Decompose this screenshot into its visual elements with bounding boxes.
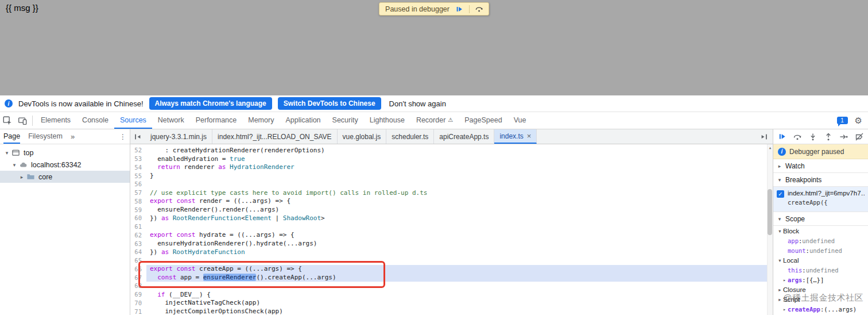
line-number[interactable]: 62 xyxy=(130,232,146,239)
line-number[interactable]: 53 xyxy=(130,155,146,162)
panel-tab-memory[interactable]: Memory xyxy=(242,112,280,129)
banner-step-over-button[interactable] xyxy=(474,4,485,14)
scrollbar-up-icon[interactable]: ▲ xyxy=(768,145,773,149)
code-line-61[interactable]: 61 xyxy=(130,222,773,231)
toggle-device-toolbar-button[interactable] xyxy=(15,113,30,128)
breakpoint-checkbox[interactable]: ✓ xyxy=(777,190,784,198)
line-number[interactable]: 63 xyxy=(130,240,146,247)
file-tab-index-html-ijt-reload-on-save[interactable]: index.html?_ijt...RELOAD_ON_SAVE xyxy=(212,129,338,144)
code-line-59[interactable]: 59 ensureRenderer().render(...args) xyxy=(130,205,773,214)
scrollbar-thumb[interactable] xyxy=(768,189,772,235)
line-number[interactable]: 57 xyxy=(130,189,146,196)
editor-scrollbar[interactable]: ▲ xyxy=(767,144,773,315)
breakpoints-section-header[interactable]: ▾ Breakpoints xyxy=(773,173,868,187)
more-tabs-icon[interactable]: » xyxy=(71,129,75,144)
watch-section-header[interactable]: ▸ Watch xyxy=(773,159,868,173)
panel-tab-console[interactable]: Console xyxy=(76,112,114,129)
step-into-button[interactable] xyxy=(808,132,817,141)
line-number[interactable]: 54 xyxy=(130,164,146,171)
code-line-65[interactable]: 65 xyxy=(130,256,773,265)
panel-tab-recorder[interactable]: Recorder⚠ xyxy=(410,112,459,129)
line-number[interactable]: 68 xyxy=(130,282,146,289)
breakpoint-entry[interactable]: ✓ index.html?_ijt=6mpv7h7… createApp({ xyxy=(773,187,868,212)
tree-item-core[interactable]: ▸core xyxy=(0,171,130,183)
line-number[interactable]: 59 xyxy=(130,206,146,213)
panel-tab-elements[interactable]: Elements xyxy=(35,112,76,129)
line-number[interactable]: 64 xyxy=(130,248,146,255)
scope-section-local[interactable]: ▾Local xyxy=(773,255,868,265)
settings-gear-icon[interactable]: ⚙ xyxy=(855,116,862,125)
dont-show-again-button[interactable]: Don't show again xyxy=(389,99,446,108)
code-line-52[interactable]: 52 : createHydrationRenderer(rendererOpt… xyxy=(130,146,773,155)
line-number[interactable]: 56 xyxy=(130,180,146,187)
line-number[interactable]: 61 xyxy=(130,223,146,230)
panel-tab-sources[interactable]: Sources xyxy=(114,112,152,129)
hide-navigator-button[interactable] xyxy=(130,129,145,144)
code-line-55[interactable]: 55} xyxy=(130,171,773,180)
line-number[interactable]: 52 xyxy=(130,147,146,153)
code-line-64[interactable]: 64}) as RootHydrateFunction xyxy=(130,248,773,256)
step-button[interactable] xyxy=(839,132,848,141)
tree-item-top[interactable]: ▾top xyxy=(0,147,130,159)
tree-item-localhost-63342[interactable]: ▾localhost:63342 xyxy=(0,159,130,171)
code-line-62[interactable]: 62export const hydrate = ((...args) => { xyxy=(130,231,773,240)
file-tab-scheduler-ts[interactable]: scheduler.ts xyxy=(386,129,434,144)
file-tab-apicreateapp-ts[interactable]: apiCreateApp.ts xyxy=(434,129,494,144)
line-number[interactable]: 70 xyxy=(130,299,146,306)
scope-var-mount[interactable]: mount: undefined xyxy=(773,245,868,255)
line-number[interactable]: 55 xyxy=(130,172,146,179)
code-line-69[interactable]: 69 if (__DEV__) { xyxy=(130,290,773,299)
panel-tab-vue[interactable]: Vue xyxy=(508,112,532,129)
close-icon[interactable]: × xyxy=(527,132,532,140)
line-number[interactable]: 67 xyxy=(130,274,146,281)
scope-var-createapp[interactable]: ▸createApp: (...args) xyxy=(773,304,868,314)
tab-page[interactable]: Page xyxy=(3,129,20,144)
scope-var-app[interactable]: app: undefined xyxy=(773,236,868,245)
line-number[interactable]: 65 xyxy=(130,257,146,264)
show-debugger-sidebar-button[interactable] xyxy=(757,129,772,144)
code-line-60[interactable]: 60}) as RootRenderFunction<Element | Sha… xyxy=(130,214,773,222)
line-number[interactable]: 60 xyxy=(130,214,146,221)
line-number[interactable]: 58 xyxy=(130,198,146,205)
step-out-button[interactable] xyxy=(824,132,833,141)
file-tab-index-ts[interactable]: index.ts× xyxy=(494,129,537,144)
code-line-57[interactable]: 57// use explicit type casts here to avo… xyxy=(130,189,773,197)
code-line-68[interactable]: 68 xyxy=(130,282,773,290)
code-line-70[interactable]: 70 injectNativeTagCheck(app) xyxy=(130,299,773,308)
banner-resume-button[interactable] xyxy=(454,4,464,14)
code-editor[interactable]: 52 : createHydrationRenderer(rendererOpt… xyxy=(130,144,773,315)
panel-tab-application[interactable]: Application xyxy=(280,112,326,129)
code-line-66[interactable]: 66export const createApp = ((...args) =>… xyxy=(130,265,773,274)
code-line-67[interactable]: 67 const app = ensureRenderer().createAp… xyxy=(130,273,773,282)
banner-divider xyxy=(469,5,470,13)
file-tab-vue-global-js[interactable]: vue.global.js xyxy=(338,129,387,144)
line-number[interactable]: 71 xyxy=(130,308,146,315)
panel-tab-network[interactable]: Network xyxy=(152,112,190,129)
issues-counter-badge[interactable]: 1 xyxy=(837,117,848,124)
navigator-menu-icon[interactable]: ⋮ xyxy=(119,129,126,144)
panel-tab-security[interactable]: Security xyxy=(327,112,364,129)
code-line-53[interactable]: 53 enabledHydration = true xyxy=(130,155,773,163)
code-line-56[interactable]: 56 xyxy=(130,180,773,189)
resume-script-button[interactable] xyxy=(777,132,786,141)
panel-tab-lighthouse[interactable]: Lighthouse xyxy=(364,112,410,129)
panel-tab-performance[interactable]: Performance xyxy=(190,112,243,129)
deactivate-breakpoints-button[interactable] xyxy=(855,132,864,141)
scope-section-block[interactable]: ▾Block xyxy=(773,226,868,236)
step-over-button[interactable] xyxy=(793,132,802,141)
scope-section-header[interactable]: ▾ Scope xyxy=(773,212,868,226)
code-line-71[interactable]: 71 injectCompilerOptionsCheck(app) xyxy=(130,307,773,315)
file-tab-jquery-3-3-1-min-js[interactable]: jquery-3.3.1.min.js xyxy=(145,129,212,144)
inspect-element-button[interactable] xyxy=(0,113,15,128)
line-number[interactable]: 69 xyxy=(130,291,146,298)
scope-var-args[interactable]: ▸args: [{…}] xyxy=(773,275,868,285)
panel-tab-pagespeed[interactable]: PageSpeed xyxy=(459,112,507,129)
tab-filesystem[interactable]: Filesystem xyxy=(28,129,63,144)
switch-to-chinese-button[interactable]: Switch DevTools to Chinese xyxy=(278,97,381,110)
code-line-54[interactable]: 54 return renderer as HydrationRenderer xyxy=(130,163,773,172)
line-number[interactable]: 66 xyxy=(130,266,146,272)
scope-var-this[interactable]: this: undefined xyxy=(773,265,868,275)
match-language-button[interactable]: Always match Chrome's language xyxy=(149,97,272,110)
code-line-58[interactable]: 58export const render = ((...args) => { xyxy=(130,197,773,206)
code-line-63[interactable]: 63 ensureHydrationRenderer().hydrate(...… xyxy=(130,239,773,248)
